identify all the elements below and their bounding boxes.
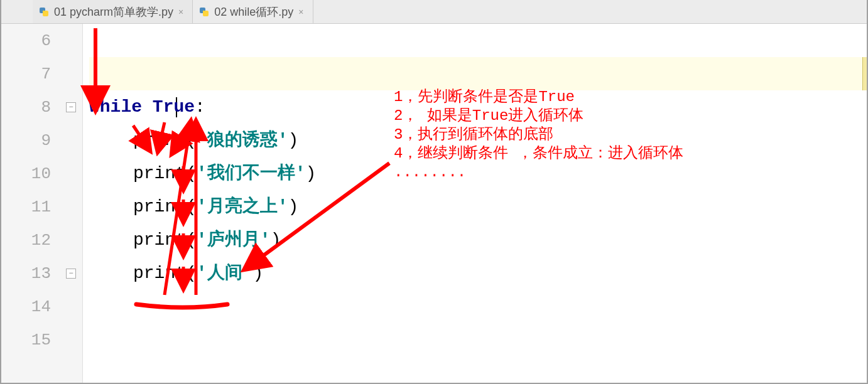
annotation-dots: ........	[394, 163, 683, 182]
fn-print: print	[133, 164, 186, 183]
gutter-line: 6	[1, 24, 82, 57]
tab-label: 02 while循环.py	[214, 4, 293, 19]
tab-file-2[interactable]: 02 while循环.py ×	[193, 0, 313, 23]
gutter-line: 8 −	[1, 90, 82, 124]
close-paren: )	[305, 164, 316, 183]
fold-minus-icon[interactable]: −	[66, 102, 76, 112]
string-literal: 月亮之上	[207, 197, 278, 216]
open-paren: (	[186, 164, 197, 183]
open-paren: (	[186, 264, 197, 283]
gutter-line: 15	[1, 323, 82, 356]
code-line-13: print('人间')	[89, 257, 867, 290]
keyword-while: while	[89, 97, 142, 117]
current-line-marker	[862, 57, 867, 90]
fn-print: print	[133, 264, 186, 283]
editor-body: 6 7 8 − 9 10 11 12 13 − 14 15 while True…	[1, 24, 867, 383]
editor-window: 01 pycharm简单教学.py × 02 while循环.py × 6 7 …	[0, 0, 868, 384]
code-area[interactable]: while True: print('狼的诱惑') print('我们不一样')…	[83, 24, 867, 383]
fn-print: print	[133, 131, 186, 150]
annotation-block: 1，先判断条件是否是True 2， 如果是True进入循环体 3，执行到循环体的…	[394, 88, 683, 182]
gutter-line: 14	[1, 290, 82, 323]
string-literal: 我们不一样	[207, 164, 295, 183]
code-line-7	[89, 57, 867, 90]
gutter-line: 10	[1, 157, 82, 190]
python-file-icon	[39, 7, 49, 17]
open-paren: (	[186, 197, 197, 216]
code-line-14	[89, 290, 867, 323]
string-literal: 狼的诱惑	[207, 131, 278, 150]
keyword-true: True	[153, 97, 195, 117]
close-paren: )	[288, 197, 298, 216]
python-file-icon	[199, 7, 209, 17]
open-paren: (	[186, 230, 197, 250]
close-paren: )	[270, 230, 281, 250]
gutter-line: 9	[1, 124, 82, 157]
string-literal: 庐州月	[207, 230, 260, 250]
close-paren: )	[252, 264, 263, 283]
fn-print: print	[133, 197, 186, 216]
gutter-line: 7	[1, 57, 82, 90]
gutter-line: 11	[1, 190, 82, 223]
string-literal: 人间	[207, 264, 242, 283]
colon: :	[195, 97, 205, 117]
fold-minus-icon[interactable]: −	[66, 269, 76, 279]
fn-print: print	[133, 230, 186, 250]
open-paren: (	[186, 131, 197, 150]
code-line-12: print('庐州月')	[89, 223, 867, 257]
tab-bar: 01 pycharm简单教学.py × 02 while循环.py ×	[1, 0, 867, 24]
annotation-line: 4，继续判断条件 ，条件成立：进入循环体	[394, 144, 683, 163]
annotation-line: 3，执行到循环体的底部	[394, 125, 683, 144]
tab-file-1[interactable]: 01 pycharm简单教学.py ×	[33, 0, 193, 23]
annotation-line: 2， 如果是True进入循环体	[394, 107, 683, 125]
code-line-6	[89, 24, 867, 57]
annotation-line: 1，先判断条件是否是True	[394, 88, 683, 107]
tab-label: 01 pycharm简单教学.py	[54, 4, 173, 19]
code-line-15	[89, 323, 867, 356]
gutter-line: 12	[1, 223, 82, 257]
gutter-line: 13 −	[1, 257, 82, 290]
code-line-11: print('月亮之上')	[89, 190, 867, 223]
line-gutter: 6 7 8 − 9 10 11 12 13 − 14 15	[1, 24, 83, 383]
close-icon[interactable]: ×	[298, 7, 303, 17]
close-paren: )	[288, 131, 298, 150]
close-icon[interactable]: ×	[178, 7, 183, 17]
